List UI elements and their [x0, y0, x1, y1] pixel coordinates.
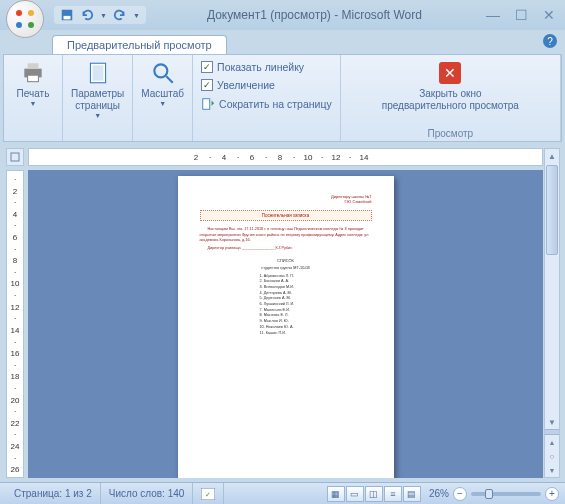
- zoom-button[interactable]: Масштаб ▼: [137, 57, 188, 110]
- zoom-slider-thumb[interactable]: [485, 489, 493, 499]
- svg-rect-7: [28, 63, 39, 68]
- minimize-button[interactable]: —: [483, 6, 503, 24]
- print-dropdown-icon: ▼: [30, 100, 37, 107]
- list-item: 11. Кашин П.И.: [260, 331, 372, 337]
- checkbox-checked-icon: ✓: [201, 61, 213, 73]
- show-ruler-checkbox[interactable]: ✓ Показать линейку: [197, 59, 336, 75]
- svg-line-12: [166, 76, 173, 83]
- qat-dropdown-icon[interactable]: ▼: [100, 12, 107, 19]
- page-body-1: Настоящим Вш. чго. 17.11.2010 г. в пятни…: [200, 227, 372, 243]
- scroll-track[interactable]: [545, 163, 559, 415]
- close-button[interactable]: ✕: [539, 6, 559, 24]
- tab-print-preview[interactable]: Предварительный просмотр: [52, 35, 227, 54]
- view-web-layout-icon[interactable]: ◫: [365, 486, 383, 502]
- svg-rect-5: [64, 16, 71, 20]
- ruler-corner-button[interactable]: [6, 148, 24, 166]
- ribbon-group-close-preview: ✕ Закрыть окно предварительного просмотр…: [341, 55, 561, 141]
- shrink-one-page-button[interactable]: Сократить на страницу: [197, 95, 336, 113]
- view-draft-icon[interactable]: ▤: [403, 486, 421, 502]
- shrink-label: Сократить на страницу: [219, 98, 332, 110]
- svg-rect-13: [203, 99, 210, 110]
- zoom-value[interactable]: 26%: [429, 488, 449, 499]
- svg-rect-10: [92, 65, 103, 80]
- page-list-sub: студентов группы МТ-10-03: [200, 266, 372, 270]
- quick-access-toolbar: ▼ ▼: [54, 6, 146, 24]
- ribbon-group-page-setup: Параметры страницы ▼: [63, 55, 133, 141]
- shrink-page-icon: [201, 97, 215, 111]
- help-icon[interactable]: ?: [543, 34, 557, 48]
- zoom-dropdown-icon: ▼: [159, 100, 166, 107]
- print-button[interactable]: Печать ▼: [8, 57, 58, 110]
- close-preview-icon: ✕: [437, 60, 463, 86]
- save-icon[interactable]: [60, 8, 74, 22]
- ribbon-group-print: Печать ▼: [4, 55, 63, 141]
- window-title: Документ1 (просмотр) - Microsoft Word: [146, 8, 483, 22]
- ribbon-group-options: ✓ Показать линейку ✓ Увеличение Сократит…: [193, 55, 341, 141]
- next-page-icon[interactable]: ▼: [545, 463, 559, 477]
- ribbon-tab-strip: Предварительный просмотр ?: [0, 30, 565, 54]
- print-label: Печать: [17, 88, 50, 100]
- status-bar: Страница: 1 из 2 Число слов: 140 ✓ ▦ ▭ ◫…: [0, 482, 565, 504]
- close-preview-button[interactable]: ✕ Закрыть окно предварительного просмотр…: [370, 57, 530, 115]
- zoom-out-button[interactable]: −: [453, 487, 467, 501]
- svg-point-3: [28, 22, 34, 28]
- svg-point-2: [16, 22, 22, 28]
- view-print-layout-icon[interactable]: ▦: [327, 486, 345, 502]
- page-preview: Директору школы №7 Г.Ю.Семейной Поснител…: [178, 176, 394, 478]
- svg-text:✓: ✓: [205, 491, 211, 498]
- status-word-count[interactable]: Число слов: 140: [101, 483, 194, 504]
- zoom-control: 26% − +: [429, 487, 559, 501]
- view-outline-icon[interactable]: ≡: [384, 486, 402, 502]
- redo-icon[interactable]: [113, 8, 127, 22]
- page-list-title: СПИСОК: [200, 258, 372, 263]
- ribbon: Печать ▼ Параметры страницы ▼ Масштаб ▼ …: [3, 54, 562, 142]
- scroll-down-icon[interactable]: ▼: [545, 415, 559, 429]
- horizontal-ruler[interactable]: 2·4·6·8·10·12·14: [28, 148, 543, 166]
- browse-object-icon[interactable]: ○: [545, 449, 559, 463]
- view-buttons: ▦ ▭ ◫ ≡ ▤: [327, 486, 421, 502]
- title-bar: ▼ ▼ Документ1 (просмотр) - Microsoft Wor…: [0, 0, 565, 30]
- page-setup-dropdown-icon: ▼: [94, 112, 101, 119]
- page-list: 1. Абрикосова Л. П.2. Баскаков А. А.3. В…: [260, 274, 372, 337]
- zoom-label: Масштаб: [141, 88, 184, 100]
- page-addressee: Директору школы №7 Г.Ю.Семейной: [200, 194, 372, 204]
- scroll-up-icon[interactable]: ▲: [545, 149, 559, 163]
- status-language-icon[interactable]: ✓: [193, 483, 224, 504]
- checkbox-checked-icon: ✓: [201, 79, 213, 91]
- zoom-in-button[interactable]: +: [545, 487, 559, 501]
- qat-customize-icon[interactable]: ▼: [133, 12, 140, 19]
- undo-icon[interactable]: [80, 8, 94, 22]
- ribbon-group-label: Просмотр: [341, 128, 560, 139]
- svg-point-11: [154, 64, 167, 77]
- page-header-box: Поснительная записка: [200, 210, 372, 221]
- vertical-ruler[interactable]: ·2·4·6·8·10·12·14·16·18·20·22·24·26: [6, 170, 24, 478]
- magnifier-label: Увеличение: [217, 79, 275, 91]
- magnifier-icon: [150, 60, 176, 86]
- printer-icon: [20, 60, 46, 86]
- show-ruler-label: Показать линейку: [217, 61, 304, 73]
- maximize-button[interactable]: ☐: [511, 6, 531, 24]
- page-body-2: Директор училища ________________К.Г.Руб…: [200, 246, 372, 251]
- prev-page-icon[interactable]: ▲: [545, 435, 559, 449]
- svg-point-0: [16, 10, 22, 16]
- close-preview-label: Закрыть окно предварительного просмотра: [382, 88, 519, 112]
- svg-point-1: [28, 10, 34, 16]
- document-preview-area[interactable]: Директору школы №7 Г.Ю.Семейной Поснител…: [28, 170, 543, 478]
- scroll-thumb[interactable]: [546, 165, 558, 255]
- page-setup-icon: [85, 60, 111, 86]
- magnifier-checkbox[interactable]: ✓ Увеличение: [197, 77, 336, 93]
- page-setup-button[interactable]: Параметры страницы ▼: [67, 57, 128, 122]
- vertical-scrollbar[interactable]: ▲ ▼ ▲ ○ ▼: [544, 148, 560, 478]
- svg-rect-8: [28, 75, 39, 82]
- view-full-screen-icon[interactable]: ▭: [346, 486, 364, 502]
- svg-rect-14: [11, 153, 19, 161]
- status-page[interactable]: Страница: 1 из 2: [6, 483, 101, 504]
- ribbon-group-zoom: Масштаб ▼: [133, 55, 193, 141]
- window-controls: — ☐ ✕: [483, 6, 559, 24]
- zoom-slider[interactable]: [471, 492, 541, 496]
- page-setup-label: Параметры страницы: [71, 88, 124, 112]
